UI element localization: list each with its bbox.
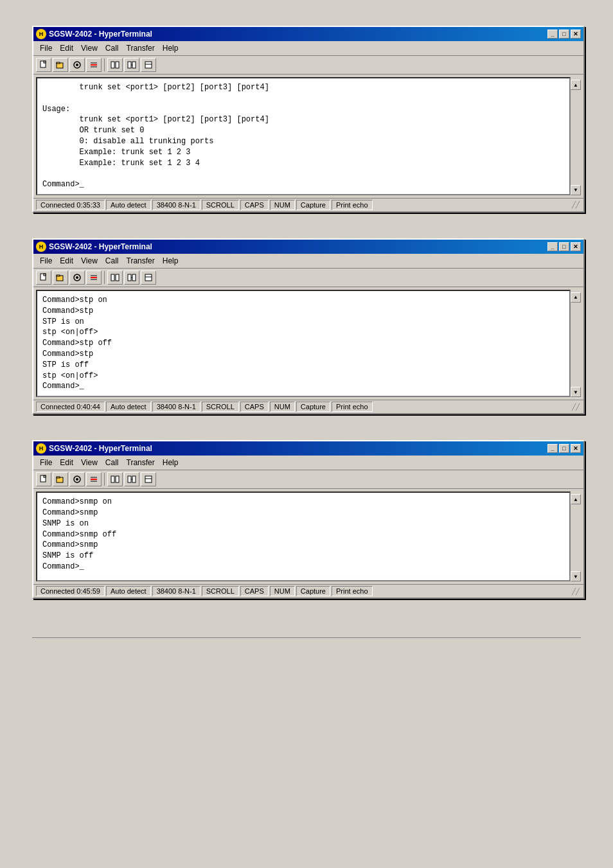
title-bar-left-1: H SGSW-2402 - HyperTerminal [36,29,152,39]
title-bar-left-2: H SGSW-2402 - HyperTerminal [36,242,152,252]
menu-help-3[interactable]: Help [159,457,182,468]
scroll-down-3[interactable]: ▼ [571,571,581,581]
menu-transfer-3[interactable]: Transfer [123,457,159,468]
hyperterminal-window-1: H SGSW-2402 - HyperTerminal _ □ ✕ File E… [32,26,585,213]
status-baud-3: 38400 8-N-1 [152,586,200,596]
toolbar-3 [33,470,583,489]
svg-rect-35 [57,477,60,478]
menu-edit-2[interactable]: Edit [56,255,77,267]
scroll-track-1[interactable] [571,90,581,185]
window-controls-2: _ □ ✕ [547,242,581,251]
toolbar-btn6-1[interactable] [124,58,139,72]
toolbar-btn3-2[interactable] [69,270,85,285]
status-scroll-2: SCROLL [202,402,239,412]
menu-transfer-2[interactable]: Transfer [123,255,159,267]
status-capture-2: Capture [296,402,330,412]
menu-view-3[interactable]: View [77,457,102,468]
scroll-down-2[interactable]: ▼ [571,387,581,397]
toolbar-btn5-1[interactable] [107,58,123,72]
title-bar-left-3: H SGSW-2402 - HyperTerminal [36,443,152,454]
terminal-output-1[interactable]: trunk set <port1> [port2] [port3] [port4… [36,77,571,195]
terminal-text-1: trunk set <port1> [port2] [port3] [port4… [42,82,564,190]
svg-rect-46 [145,476,152,483]
menu-edit-1[interactable]: Edit [56,42,77,54]
menu-help-1[interactable]: Help [159,42,182,54]
svg-rect-42 [116,476,119,483]
menu-file-1[interactable]: File [36,42,56,54]
status-capture-3: Capture [296,586,330,596]
toolbar-new-2[interactable] [36,270,51,285]
terminal-container-3: Command>snmp on Command>snmp SNMP is on … [33,492,583,581]
toolbar-new-1[interactable] [36,58,51,72]
toolbar-2 [33,269,583,287]
toolbar-btn7-1[interactable] [141,58,156,72]
menu-view-2[interactable]: View [77,255,102,267]
scroll-track-3[interactable] [571,504,581,571]
menu-file-3[interactable]: File [36,457,56,468]
menu-view-1[interactable]: View [77,42,102,54]
maximize-button-2[interactable]: □ [559,242,569,251]
menu-bar-1: File Edit View Call Transfer Help [33,41,583,56]
toolbar-btn4-2[interactable] [86,270,102,285]
terminal-output-2[interactable]: Command>stp on Command>stp STP is on stp… [36,290,571,397]
maximize-button-1[interactable]: □ [559,30,569,39]
toolbar-1 [33,56,583,75]
scroll-up-2[interactable]: ▲ [571,292,581,303]
menu-call-3[interactable]: Call [102,457,123,468]
scroll-down-1[interactable]: ▼ [571,185,581,195]
svg-rect-12 [132,62,136,68]
toolbar-btn6-3[interactable] [124,472,139,486]
status-connected-2: Connected 0:40:44 [36,402,105,412]
terminal-text-3: Command>snmp on Command>snmp SNMP is on … [42,497,564,572]
svg-rect-19 [57,275,60,276]
status-scroll-3: SCROLL [202,586,239,596]
menu-help-2[interactable]: Help [159,255,182,267]
window-title-1: SGSW-2402 - HyperTerminal [49,30,152,39]
toolbar-open-1[interactable] [53,58,68,72]
toolbar-btn6-2[interactable] [124,270,139,285]
svg-rect-17 [44,274,46,276]
toolbar-btn3-3[interactable] [69,472,85,486]
status-detect-3: Auto detect [106,586,151,596]
status-bar-2: Connected 0:40:44 Auto detect 38400 8-N-… [33,400,583,413]
toolbar-open-3[interactable] [53,472,68,486]
status-print-3: Print echo [332,586,373,596]
close-button-1[interactable]: ✕ [571,30,581,39]
toolbar-btn5-3[interactable] [107,472,123,486]
resize-grip-1[interactable]: ╱╱ [571,200,581,210]
resize-grip-3[interactable]: ╱╱ [571,586,581,596]
svg-point-5 [76,64,78,66]
menu-edit-3[interactable]: Edit [56,457,77,468]
scroll-up-1[interactable]: ▲ [571,80,581,90]
toolbar-open-2[interactable] [53,270,68,285]
svg-rect-44 [132,476,136,483]
toolbar-new-3[interactable] [36,472,51,486]
menu-transfer-1[interactable]: Transfer [123,42,159,54]
scroll-up-3[interactable]: ▲ [571,494,581,504]
title-bar-3: H SGSW-2402 - HyperTerminal _ □ ✕ [33,441,583,456]
svg-rect-43 [128,476,131,483]
toolbar-btn4-3[interactable] [86,472,102,486]
close-button-2[interactable]: ✕ [571,242,581,251]
maximize-button-3[interactable]: □ [559,444,569,453]
minimize-button-1[interactable]: _ [547,30,558,39]
terminal-output-3[interactable]: Command>snmp on Command>snmp SNMP is on … [36,492,571,581]
menu-file-2[interactable]: File [36,255,56,267]
page-wrapper: H SGSW-2402 - HyperTerminal _ □ ✕ File E… [13,13,600,651]
toolbar-btn7-3[interactable] [141,472,156,486]
status-detect-1: Auto detect [106,200,151,210]
minimize-button-3[interactable]: _ [547,444,558,453]
toolbar-btn4-1[interactable] [86,58,102,72]
resize-grip-2[interactable]: ╱╱ [571,402,581,412]
toolbar-btn7-2[interactable] [141,270,156,285]
close-button-3[interactable]: ✕ [571,444,581,453]
toolbar-sep1-2 [104,271,105,284]
menu-call-1[interactable]: Call [102,42,123,54]
toolbar-btn5-2[interactable] [107,270,123,285]
svg-rect-28 [132,274,136,281]
toolbar-btn3-1[interactable] [69,58,85,72]
terminal-text-2: Command>stp on Command>stp STP is on stp… [42,295,564,392]
menu-call-2[interactable]: Call [102,255,123,267]
scroll-track-2[interactable] [571,303,581,387]
minimize-button-2[interactable]: _ [547,242,558,251]
